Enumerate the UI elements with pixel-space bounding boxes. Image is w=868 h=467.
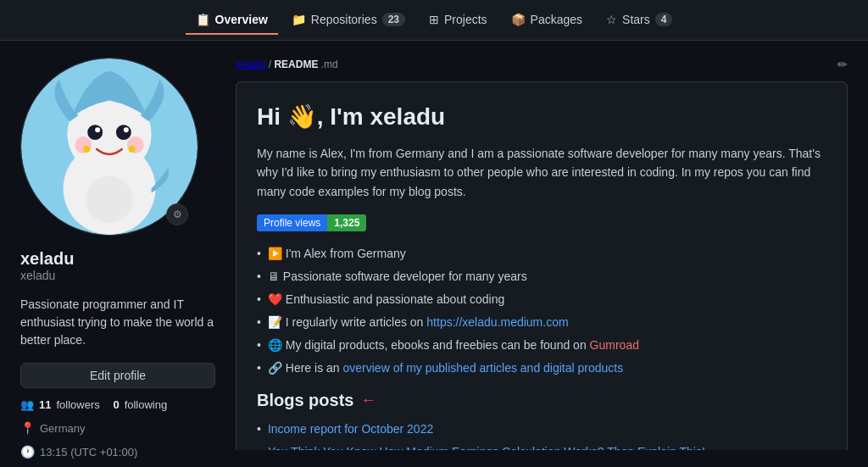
followers-icon: 👥 (20, 398, 34, 411)
blog-posts-list: Income report for October 2022 You Think… (257, 420, 826, 450)
svg-point-10 (129, 146, 136, 153)
username-secondary: xeladu (20, 269, 215, 282)
breadcrumb-user[interactable]: xeladu (236, 58, 265, 70)
edit-profile-button[interactable]: Edit profile (20, 363, 215, 388)
time-text: 13:15 (UTC +01:00) (40, 446, 137, 459)
svg-point-3 (87, 125, 103, 140)
top-navigation: 📋 Overview 📁 Repositories 23 ⊞ Projects … (0, 0, 868, 41)
clock-icon: 🕐 (20, 445, 35, 459)
tab-packages[interactable]: 📦 Packages (501, 6, 593, 35)
avatar-settings-icon[interactable]: ⚙ (166, 203, 188, 225)
time-item: 🕐 13:15 (UTC +01:00) (20, 445, 215, 459)
list-item: ▶️ I'm Alex from Germany (257, 245, 826, 263)
badge-label: Profile views (257, 214, 327, 231)
list-item: 📝 I regularly write articles on https://… (257, 314, 826, 331)
profile-views-badge: Profile views 1,325 (257, 214, 366, 231)
tab-stars[interactable]: ☆ Stars 4 (596, 6, 682, 35)
breadcrumb: xeladu / README .md (236, 58, 338, 70)
readme-content: Hi 👋, I'm xeladu My name is Alex, I'm fr… (236, 81, 848, 450)
nav-tabs: 📋 Overview 📁 Repositories 23 ⊞ Projects … (186, 6, 683, 35)
followers-label: followers (56, 398, 99, 411)
badge-count: 1,325 (327, 214, 366, 231)
repositories-badge: 23 (382, 13, 405, 26)
breadcrumb-file: README (274, 58, 318, 70)
articles-link[interactable]: overview of my published articles and di… (343, 361, 624, 375)
location-text: Germany (40, 422, 85, 435)
user-bio: Passionate programmer and IT enthusiast … (20, 296, 215, 349)
blogs-section-title: Blogs posts ← (257, 391, 826, 410)
medium-link[interactable]: https://xeladu.medium.com (426, 315, 568, 329)
projects-icon: ⊞ (429, 13, 439, 26)
location-item: 📍 Germany (20, 421, 215, 435)
readme-intro: My name is Alex, I'm from Germany and I … (257, 144, 826, 201)
right-content: xeladu / README .md ✏ Hi 👋, I'm xeladu M… (236, 58, 848, 450)
user-names: xeladu xeladu (20, 246, 215, 282)
readme-bullet-list: ▶️ I'm Alex from Germany 🖥 Passionate so… (257, 245, 826, 377)
username-primary: xeladu (20, 249, 215, 269)
svg-point-5 (95, 127, 100, 132)
blog-post-link[interactable]: Income report for October 2022 (268, 420, 433, 438)
svg-point-11 (86, 176, 132, 223)
list-item: 🌐 My digital products, ebooks and freebi… (257, 336, 826, 354)
list-item: ❤️ Enthusiastic and passionate about cod… (257, 291, 826, 309)
edit-icon[interactable]: ✏ (837, 58, 848, 71)
breadcrumb-ext: .md (321, 58, 338, 70)
readme-title: Hi 👋, I'm xeladu (257, 103, 826, 131)
repositories-icon: 📁 (292, 13, 306, 26)
overview-icon: 📋 (196, 13, 210, 26)
svg-point-6 (124, 127, 129, 132)
tab-projects[interactable]: ⊞ Projects (419, 6, 498, 35)
svg-point-9 (83, 146, 90, 153)
following-label: following (125, 398, 168, 411)
list-item: 🔗 Here is an overview of my published ar… (257, 359, 826, 377)
main-content: ⚙ xeladu xeladu Passionate programmer an… (0, 41, 868, 467)
tab-repositories[interactable]: 📁 Repositories 23 (281, 6, 415, 35)
list-item: You Think You Know How Medium Earnings C… (257, 443, 826, 450)
svg-point-4 (116, 125, 131, 140)
tab-overview[interactable]: 📋 Overview (186, 6, 278, 35)
arrow-decoration: ← (360, 392, 376, 409)
packages-icon: 📦 (511, 13, 526, 26)
list-item: Income report for October 2022 (257, 420, 826, 438)
stars-icon: ☆ (606, 13, 617, 26)
list-item: 🖥 Passionate software developer for many… (257, 268, 826, 286)
readme-header: xeladu / README .md ✏ (236, 58, 848, 71)
location-icon: 📍 (20, 421, 35, 435)
blog-post-link[interactable]: You Think You Know How Medium Earnings C… (268, 443, 705, 450)
left-sidebar: ⚙ xeladu xeladu Passionate programmer an… (20, 58, 215, 450)
gumroad-link[interactable]: Gumroad (590, 338, 639, 352)
stars-badge: 4 (655, 13, 673, 26)
followers-line: 👥 11 followers · 0 following (20, 398, 215, 411)
